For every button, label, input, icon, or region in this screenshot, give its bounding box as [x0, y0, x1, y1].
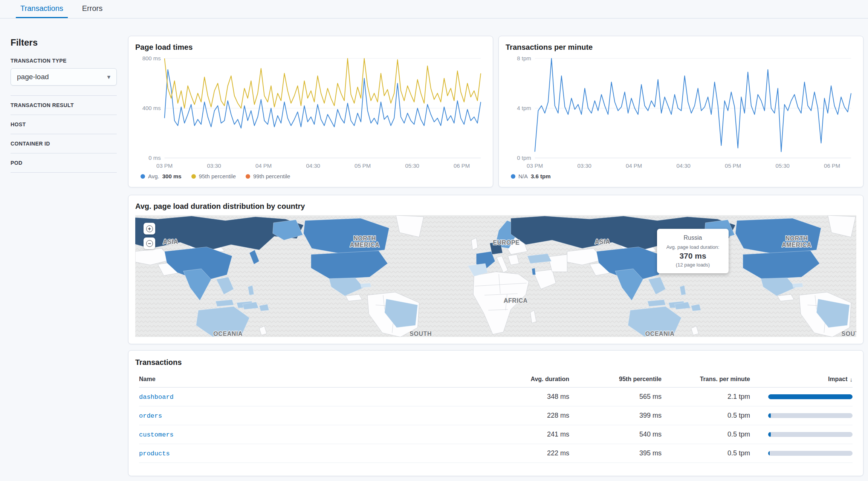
world-map[interactable]: ASIANORTHAMERICAEUROPEAFRICAOCEANIASOUTH…: [135, 215, 856, 337]
svg-text:0 tpm: 0 tpm: [517, 155, 531, 161]
filter-sections: TRANSACTION RESULTHOSTCONTAINER IDPOD: [11, 95, 117, 173]
svg-text:0 ms: 0 ms: [148, 155, 160, 161]
column-header-name[interactable]: Name: [139, 376, 475, 383]
transaction-link-customers[interactable]: customers: [139, 431, 174, 438]
svg-text:8 tpm: 8 tpm: [517, 55, 531, 61]
legend-dot-icon: [191, 174, 196, 179]
tab-bar: TransactionsErrors: [0, 0, 868, 18]
svg-text:04 PM: 04 PM: [255, 162, 272, 169]
transactions-per-minute-title: Transactions per minute: [506, 43, 856, 52]
tab-transactions[interactable]: Transactions: [16, 0, 68, 18]
svg-text:03 PM: 03 PM: [156, 162, 173, 169]
map-tooltip: Russia Avg. page load duration: 370 ms (…: [657, 229, 729, 273]
table-row: customers241 ms540 ms0.5 tpm: [139, 425, 853, 444]
cell-impact: [750, 413, 853, 418]
transaction-link-products[interactable]: products: [139, 450, 170, 457]
legend-dot-icon: [246, 174, 250, 179]
svg-text:03:30: 03:30: [207, 162, 221, 169]
map-region-label: AFRICA: [504, 297, 528, 304]
svg-text:06 PM: 06 PM: [454, 162, 470, 169]
impact-header-label: Impact: [828, 376, 848, 383]
column-header-95th-percentile[interactable]: 95th percentile: [569, 376, 662, 383]
column-header-impact[interactable]: Impact ↓: [750, 376, 853, 383]
table-row: products222 ms395 ms0.5 tpm: [139, 444, 853, 463]
legend-dot-icon: [511, 174, 515, 179]
legend-label: 99th percentile: [253, 173, 290, 179]
legend-dot-icon: [141, 174, 145, 179]
column-header-avg-duration[interactable]: Avg. duration: [475, 376, 569, 383]
table-header: Name Avg. duration 95th percentile Trans…: [139, 372, 853, 388]
series-line-n-a: [535, 58, 851, 152]
transactions-per-minute-chart: 0 tpm4 tpm8 tpm03 PM03:3004 PM04:3005 PM…: [506, 54, 856, 171]
impact-bar-track: [768, 413, 853, 418]
tooltip-note: (12 page loads): [661, 262, 725, 268]
transactions-table-title: Transactions: [135, 358, 856, 367]
sort-descending-icon: ↓: [850, 376, 853, 383]
svg-text:04 PM: 04 PM: [626, 162, 642, 169]
table-body: dashboard348 ms565 ms2.1 tpmorders228 ms…: [139, 388, 853, 463]
map-region-label: NORTHAMERICA: [350, 235, 380, 248]
cell-p95: 540 ms: [569, 430, 662, 438]
transaction-link-dashboard[interactable]: dashboard: [139, 394, 174, 401]
svg-text:04:30: 04:30: [677, 162, 691, 169]
cell-avg-duration: 222 ms: [475, 449, 569, 457]
impact-bar-track: [768, 451, 853, 456]
series-line-95th-percentile: [165, 58, 481, 108]
transaction-type-select[interactable]: page-load ▾: [11, 68, 117, 86]
impact-bar-fill: [768, 394, 853, 399]
svg-text:03 PM: 03 PM: [527, 162, 543, 169]
svg-text:4 tpm: 4 tpm: [517, 105, 531, 111]
tooltip-country: Russia: [661, 234, 725, 241]
svg-text:05 PM: 05 PM: [725, 162, 741, 169]
filter-section-transaction-result[interactable]: TRANSACTION RESULT: [11, 95, 117, 115]
svg-text:06 PM: 06 PM: [824, 162, 840, 169]
page-load-times-chart: 0 ms400 ms800 ms03 PM03:3004 PM04:3005 P…: [135, 54, 486, 171]
filter-section-container-id[interactable]: CONTAINER ID: [11, 134, 117, 153]
legend-item-95th-percentile[interactable]: 95th percentile: [191, 173, 236, 179]
svg-text:05:30: 05:30: [776, 162, 790, 169]
zoom-in-button[interactable]: +: [144, 223, 155, 234]
map-region-label: SOUTHAMERICA: [406, 331, 436, 337]
page-load-times-panel: Page load times 0 ms400 ms800 ms03 PM03:…: [128, 36, 493, 187]
legend-item-n-a[interactable]: N/A3.6 tpm: [511, 173, 551, 179]
filter-section-host[interactable]: HOST: [11, 115, 117, 134]
transaction-link-orders[interactable]: orders: [139, 412, 162, 420]
svg-text:05 PM: 05 PM: [355, 162, 371, 169]
transaction-type-value: page-load: [17, 73, 49, 81]
map-title: Avg. page load duration distribution by …: [135, 202, 856, 211]
map-region-label: OCEANIA: [645, 331, 675, 337]
cell-p95: 395 ms: [569, 449, 662, 457]
legend-item-avg-[interactable]: Avg.300 ms: [141, 173, 182, 179]
tab-errors[interactable]: Errors: [78, 0, 107, 18]
filters-sidebar: Filters TRANSACTION TYPE page-load ▾ TRA…: [11, 36, 117, 476]
filter-section-pod[interactable]: POD: [11, 153, 117, 173]
cell-p95: 565 ms: [569, 393, 662, 401]
cell-avg-duration: 228 ms: [475, 412, 569, 420]
cell-impact: [750, 394, 853, 399]
transaction-type-label: TRANSACTION TYPE: [11, 58, 117, 64]
zoom-out-button[interactable]: −: [144, 237, 155, 249]
transactions-per-minute-panel: Transactions per minute 0 tpm4 tpm8 tpm0…: [498, 36, 863, 187]
transactions-table-panel: Transactions Name Avg. duration 95th per…: [128, 350, 863, 476]
svg-text:04:30: 04:30: [306, 162, 320, 169]
cell-avg-duration: 241 ms: [475, 430, 569, 438]
legend-value: 300 ms: [162, 173, 182, 179]
map-region-label: EUROPE: [493, 239, 520, 246]
svg-text:05:30: 05:30: [405, 162, 419, 169]
svg-text:03:30: 03:30: [578, 162, 591, 169]
chevron-down-icon: ▾: [107, 73, 110, 81]
cell-impact: [750, 432, 853, 437]
cell-tpm: 2.1 tpm: [662, 393, 750, 401]
column-header-trans-per-minute[interactable]: Trans. per minute: [662, 376, 750, 383]
map-region-label: NORTHAMERICA: [782, 235, 811, 248]
legend-item-99th-percentile[interactable]: 99th percentile: [246, 173, 290, 179]
cell-tpm: 0.5 tpm: [662, 430, 750, 438]
minus-icon: −: [146, 240, 153, 247]
table-row: dashboard348 ms565 ms2.1 tpm: [139, 388, 853, 406]
page-load-map-panel: Avg. page load duration distribution by …: [128, 195, 863, 344]
transactions-per-minute-legend: N/A3.6 tpm: [506, 171, 856, 180]
impact-bar-fill: [768, 451, 770, 456]
impact-bar-track: [768, 432, 853, 437]
legend-label: Avg.: [148, 173, 159, 179]
tooltip-value: 370 ms: [661, 251, 725, 260]
